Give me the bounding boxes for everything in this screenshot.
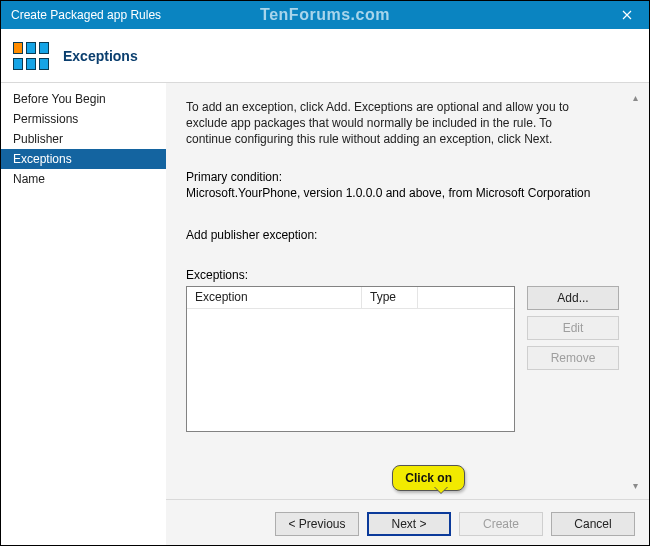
titlebar: Create Packaged app Rules TenForums.com [1, 1, 649, 29]
list-buttons: Add... Edit Remove [527, 286, 619, 370]
step-exceptions[interactable]: Exceptions [1, 149, 166, 169]
scroll-up-icon[interactable]: ▴ [627, 89, 643, 105]
exceptions-list[interactable]: Exception Type [186, 286, 515, 432]
packaged-app-icon [13, 42, 49, 70]
wizard-header: Exceptions [1, 29, 649, 83]
annotation-tooltip: Click on [392, 465, 465, 491]
cancel-button[interactable]: Cancel [551, 512, 635, 536]
description-text: To add an exception, click Add. Exceptio… [186, 99, 596, 148]
window-title: Create Packaged app Rules [11, 8, 161, 22]
primary-condition-label: Primary condition: [186, 170, 619, 184]
close-button[interactable] [605, 1, 649, 29]
edit-button: Edit [527, 316, 619, 340]
tooltip-text: Click on [405, 471, 452, 485]
add-button[interactable]: Add... [527, 286, 619, 310]
remove-button: Remove [527, 346, 619, 370]
list-header: Exception Type [187, 287, 514, 309]
create-button: Create [459, 512, 543, 536]
column-type[interactable]: Type [362, 287, 418, 308]
step-publisher[interactable]: Publisher [1, 129, 166, 149]
column-exception[interactable]: Exception [187, 287, 362, 308]
main-panel: ▴ To add an exception, click Add. Except… [166, 83, 649, 546]
wizard-body: Before You Begin Permissions Publisher E… [1, 83, 649, 546]
close-icon [622, 10, 632, 20]
wizard-footer: < Previous Next > Create Cancel [166, 499, 649, 546]
previous-button[interactable]: < Previous [275, 512, 359, 536]
page-title: Exceptions [63, 48, 138, 64]
step-name[interactable]: Name [1, 169, 166, 189]
wizard-steps: Before You Begin Permissions Publisher E… [1, 83, 166, 546]
next-button[interactable]: Next > [367, 512, 451, 536]
primary-condition-value: Microsoft.YourPhone, version 1.0.0.0 and… [186, 186, 619, 200]
content-area: ▴ To add an exception, click Add. Except… [166, 83, 649, 499]
step-permissions[interactable]: Permissions [1, 109, 166, 129]
exceptions-label: Exceptions: [186, 268, 619, 282]
column-spacer [418, 287, 514, 308]
scroll-down-icon[interactable]: ▾ [627, 477, 643, 493]
step-before-you-begin[interactable]: Before You Begin [1, 89, 166, 109]
add-publisher-label: Add publisher exception: [186, 228, 619, 242]
watermark: TenForums.com [260, 6, 390, 24]
